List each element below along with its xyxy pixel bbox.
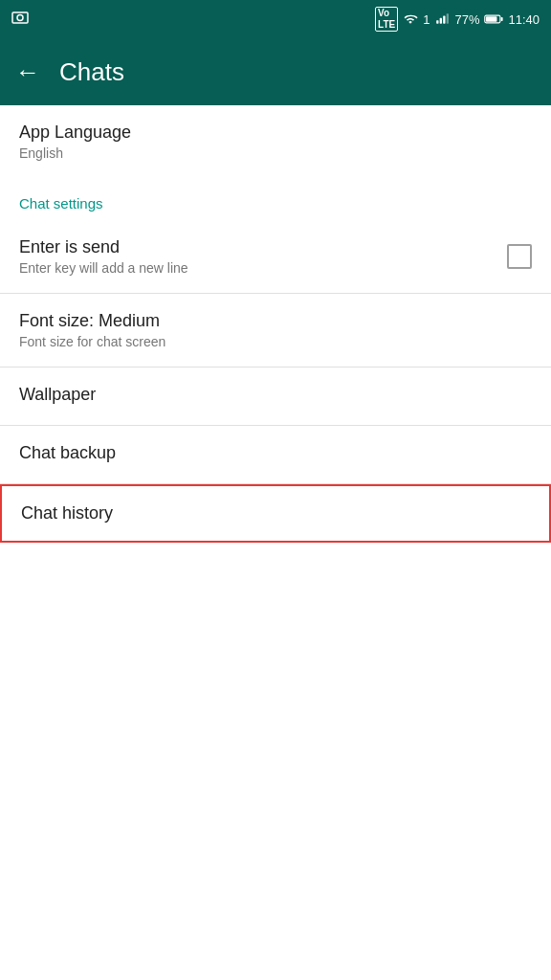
chat-history-item[interactable]: Chat history [0,484,551,543]
wallpaper-title: Wallpaper [19,385,532,405]
enter-is-send-title: Enter is send [19,237,507,257]
enter-is-send-subtitle: Enter key will add a new line [19,260,507,276]
chat-history-title: Chat history [21,503,530,523]
app-language-item[interactable]: App Language English [0,105,551,178]
svg-rect-5 [447,13,449,24]
status-bar: VoLTE 1 77% 11:40 [0,0,551,38]
enter-is-send-text: Enter is send Enter key will add a new l… [19,237,507,276]
enter-is-send-checkbox[interactable] [507,244,532,269]
app-language-value: English [19,145,532,161]
enter-is-send-item[interactable]: Enter is send Enter key will add a new l… [0,220,551,293]
signal-icon [434,12,450,26]
svg-rect-0 [12,12,28,23]
battery-icon [484,12,503,26]
header: ← Chats [0,38,551,105]
wifi-icon [403,12,418,26]
content: App Language English Chat settings Enter… [0,105,551,543]
svg-rect-2 [437,20,439,24]
wallpaper-item[interactable]: Wallpaper [0,368,551,425]
svg-rect-8 [501,17,503,21]
page-title: Chats [59,57,124,87]
svg-rect-4 [444,16,446,24]
app-language-label: App Language [19,122,532,143]
svg-point-1 [17,15,23,21]
volte-icon: VoLTE [375,7,398,32]
svg-rect-3 [440,18,442,24]
svg-rect-7 [486,16,497,21]
battery-percent: 77% [454,12,479,27]
chat-backup-title: Chat backup [19,443,532,463]
font-size-item[interactable]: Font size: Medium Font size for chat scr… [0,294,551,367]
back-button[interactable]: ← [15,57,40,87]
status-bar-left-icon [11,11,29,28]
font-size-subtitle: Font size for chat screen [19,334,532,349]
chat-settings-section: Chat settings [0,178,551,220]
chat-settings-label: Chat settings [19,195,103,212]
status-icons: VoLTE 1 77% 11:40 [375,7,540,32]
sim1-icon: 1 [423,12,430,27]
chat-backup-item[interactable]: Chat backup [0,426,551,483]
font-size-title: Font size: Medium [19,311,532,331]
clock: 11:40 [508,12,540,27]
